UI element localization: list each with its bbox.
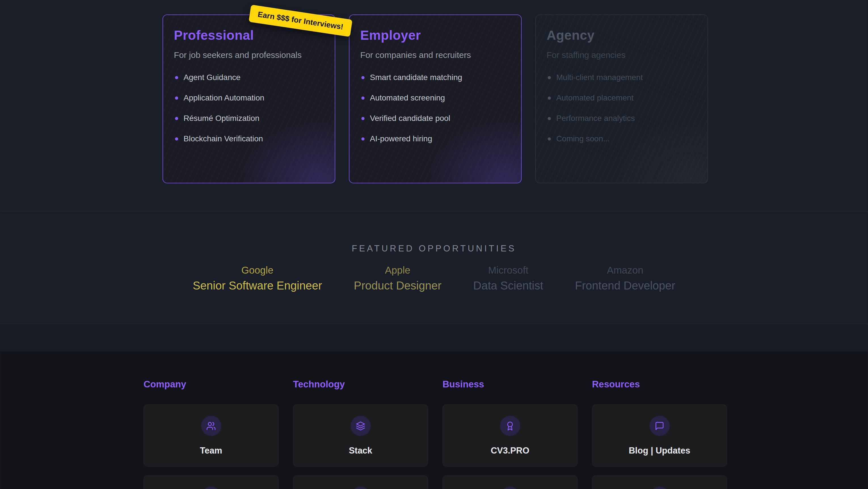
- feature-label: Automated screening: [370, 93, 445, 103]
- feature-item: AI-powered hiring: [360, 134, 510, 144]
- footer-link-label: Stack: [349, 445, 372, 456]
- bullet-dot-icon: [175, 96, 178, 99]
- landing-page: Earn $$$ for Interviews! Professional Fo…: [0, 0, 868, 489]
- feature-item: Application Automation: [174, 93, 324, 103]
- bullet-dot-icon: [361, 117, 365, 120]
- bullet-dot-icon: [548, 137, 551, 141]
- bullet-dot-icon: [548, 76, 551, 79]
- footer-column-heading: Resources: [592, 379, 727, 390]
- job-item-microsoft[interactable]: Microsoft Data Scientist: [473, 264, 543, 292]
- footer-link-label: Blog | Updates: [628, 445, 690, 456]
- footer-column-business: Business CV3.PRO: [442, 379, 578, 489]
- hidden-icon: [351, 487, 371, 489]
- featured-heading: FEATURED OPPORTUNITIES: [0, 243, 868, 254]
- job-role: Frontend Developer: [575, 279, 675, 292]
- feature-item: Performance analytics: [547, 113, 697, 123]
- feature-label: Agent Guidance: [184, 73, 241, 82]
- job-role: Product Designer: [354, 279, 441, 292]
- bullet-dot-icon: [361, 96, 365, 99]
- footer-link-partial[interactable]: [592, 476, 727, 489]
- section-spacer: [0, 324, 868, 351]
- job-item-apple[interactable]: Apple Product Designer: [354, 264, 441, 292]
- bullet-dot-icon: [175, 137, 178, 141]
- feature-label: AI-powered hiring: [370, 134, 432, 143]
- footer-column-heading: Technology: [293, 379, 428, 390]
- job-company: Microsoft: [473, 264, 543, 276]
- bullet-dot-icon: [548, 117, 551, 120]
- message-square-icon: [650, 416, 670, 436]
- feature-label: Verified candidate pool: [370, 114, 450, 123]
- footer-column-resources: Resources Blog | Updates: [592, 379, 727, 489]
- footer-link-partial[interactable]: [144, 476, 279, 489]
- hidden-icon: [650, 487, 670, 489]
- bullet-dot-icon: [175, 117, 178, 120]
- job-role: Data Scientist: [473, 279, 543, 292]
- plan-title: Employer: [360, 28, 510, 43]
- plans-section: Earn $$$ for Interviews! Professional Fo…: [0, 0, 868, 211]
- bullet-dot-icon: [548, 96, 551, 99]
- feature-label: Performance analytics: [556, 114, 635, 123]
- job-item-amazon[interactable]: Amazon Frontend Developer: [575, 264, 675, 292]
- plans-row: Professional For job seekers and profess…: [162, 15, 708, 183]
- feature-item: Agent Guidance: [174, 73, 324, 83]
- feature-item: Automated screening: [360, 93, 510, 103]
- footer-link-label: Team: [200, 445, 222, 456]
- feature-item: Verified candidate pool: [360, 113, 510, 123]
- feature-label: Multi-client management: [556, 73, 643, 82]
- plan-feature-list: Agent Guidance Application Automation Ré…: [174, 73, 324, 144]
- feature-label: Smart candidate matching: [370, 73, 462, 82]
- plan-feature-list: Multi-client management Automated placem…: [547, 73, 697, 144]
- feature-item: Coming soon...: [547, 134, 697, 144]
- plan-card-employer[interactable]: Employer For companies and recruiters Sm…: [349, 15, 522, 183]
- feature-label: Application Automation: [184, 93, 265, 103]
- footer-link-partial[interactable]: [442, 476, 578, 489]
- footer-column-heading: Company: [144, 379, 279, 390]
- plan-title: Professional: [174, 28, 324, 43]
- job-company: Google: [193, 264, 322, 276]
- footer-link-blog[interactable]: Blog | Updates: [592, 404, 727, 467]
- feature-item: Multi-client management: [547, 73, 697, 83]
- feature-item: Automated placement: [547, 93, 697, 103]
- feature-item: Blockchain Verification: [174, 134, 324, 144]
- plan-subtitle: For companies and recruiters: [360, 50, 510, 60]
- feature-label: Coming soon...: [556, 134, 610, 143]
- hidden-icon: [500, 487, 520, 489]
- footer-column-heading: Business: [442, 379, 578, 390]
- feature-label: Résumé Optimization: [184, 114, 259, 123]
- plan-title: Agency: [547, 28, 697, 43]
- featured-opportunities-section: FEATURED OPPORTUNITIES Google Senior Sof…: [0, 211, 868, 324]
- award-icon: [500, 416, 520, 436]
- plan-subtitle: For job seekers and professionals: [174, 50, 324, 60]
- footer-grid: Company Team Technology Stack: [144, 379, 727, 489]
- plan-card-professional[interactable]: Professional For job seekers and profess…: [162, 15, 335, 183]
- footer-column-technology: Technology Stack: [293, 379, 428, 489]
- plan-feature-list: Smart candidate matching Automated scree…: [360, 73, 510, 144]
- feature-item: Smart candidate matching: [360, 73, 510, 83]
- job-item-google[interactable]: Google Senior Software Engineer: [193, 264, 322, 292]
- layers-icon: [351, 416, 371, 436]
- bullet-dot-icon: [361, 137, 365, 141]
- feature-item: Résumé Optimization: [174, 113, 324, 123]
- hidden-icon: [201, 487, 221, 489]
- feature-label: Automated placement: [556, 93, 633, 103]
- footer-link-label: CV3.PRO: [491, 445, 529, 456]
- footer-link-cv3pro[interactable]: CV3.PRO: [442, 404, 578, 467]
- footer-column-company: Company Team: [144, 379, 279, 489]
- job-role: Senior Software Engineer: [193, 279, 322, 292]
- job-company: Apple: [354, 264, 441, 276]
- footer: Company Team Technology Stack: [0, 351, 868, 488]
- footer-link-partial[interactable]: [293, 476, 428, 489]
- featured-jobs-row: Google Senior Software Engineer Apple Pr…: [0, 264, 868, 292]
- plan-subtitle: For staffing agencies: [547, 50, 697, 60]
- feature-label: Blockchain Verification: [184, 134, 263, 143]
- bullet-dot-icon: [175, 76, 178, 79]
- bullet-dot-icon: [361, 76, 365, 79]
- job-company: Amazon: [575, 264, 675, 276]
- footer-link-team[interactable]: Team: [144, 404, 279, 467]
- plan-card-agency: Agency For staffing agencies Multi-clien…: [535, 15, 708, 183]
- users-icon: [201, 416, 221, 436]
- footer-link-stack[interactable]: Stack: [293, 404, 428, 467]
